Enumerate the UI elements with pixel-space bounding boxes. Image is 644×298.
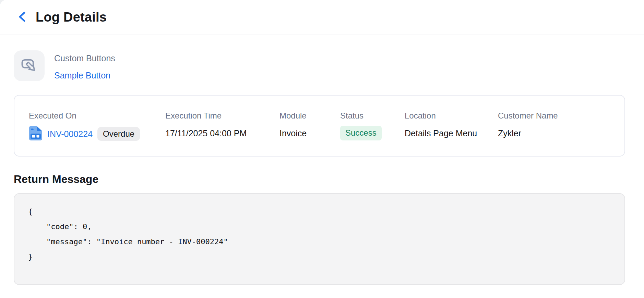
field-status: Status Success	[340, 111, 405, 156]
custom-buttons-section: Custom Buttons Sample Button	[14, 50, 644, 81]
field-label: Execution Time	[165, 111, 222, 121]
field-label: Executed On	[29, 111, 76, 121]
field-label: Location	[405, 111, 436, 121]
field-value: Invoice	[279, 128, 307, 138]
back-button[interactable]	[17, 11, 27, 24]
header-divider	[0, 35, 644, 35]
invoice-number-link[interactable]: INV-000224	[47, 129, 93, 139]
field-executed-on: Executed On INV-000224 Overdue	[29, 111, 165, 156]
overdue-badge: Overdue	[97, 127, 140, 141]
log-summary-card: Executed On INV-000224 Overdue Exec	[14, 95, 625, 157]
return-message-code-block: { "code": 0, "message": "Invoice number …	[14, 193, 625, 285]
field-label: Customer Name	[498, 111, 558, 121]
field-location: Location Details Page Menu	[405, 111, 498, 156]
invoice-document-icon	[29, 126, 43, 142]
custom-buttons-info: Custom Buttons Sample Button	[54, 50, 115, 81]
field-value: Details Page Menu	[405, 128, 477, 138]
header: Log Details	[0, 0, 644, 35]
return-message-heading: Return Message	[14, 173, 644, 186]
log-details-page: Log Details Custom Buttons Sample Button…	[0, 0, 644, 298]
field-module: Module Invoice	[279, 111, 340, 156]
executed-on-value-row: INV-000224 Overdue	[29, 126, 140, 142]
page-title: Log Details	[36, 10, 107, 25]
custom-buttons-label: Custom Buttons	[54, 53, 115, 63]
success-status-badge: Success	[340, 126, 382, 140]
field-label: Status	[340, 111, 363, 121]
field-label: Module	[279, 111, 307, 121]
chevron-left-icon	[17, 11, 27, 24]
field-value: Zykler	[498, 128, 521, 138]
field-customer-name: Customer Name Zykler	[498, 111, 624, 156]
field-value: 17/11/2025 04:00 PM	[165, 128, 247, 138]
sample-button-link[interactable]: Sample Button	[54, 71, 115, 80]
button-click-icon	[20, 55, 39, 76]
custom-button-icon-box	[14, 50, 45, 81]
field-execution-time: Execution Time 17/11/2025 04:00 PM	[165, 111, 279, 156]
